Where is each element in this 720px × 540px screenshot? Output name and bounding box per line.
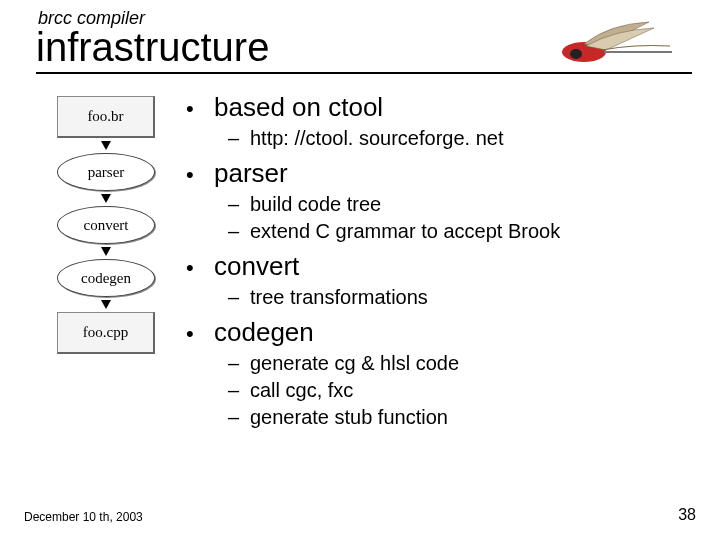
sub-label: tree transformations (250, 284, 428, 311)
bullet-item: • based on ctool –http: //ctool. sourcef… (186, 92, 692, 152)
bullet-label: convert (214, 251, 299, 282)
fly-logo-icon (554, 14, 674, 70)
slide-body: foo.br parser convert codegen foo.cpp • … (36, 92, 692, 437)
sub-label: generate stub function (250, 404, 448, 431)
sub-item: –extend C grammar to accept Brook (228, 218, 692, 245)
arrow-down-icon (101, 300, 111, 309)
slide: brcc compiler infrastructure foo.br pars… (0, 0, 720, 540)
arrow-down-icon (101, 247, 111, 256)
sub-label: call cgc, fxc (250, 377, 353, 404)
diagram-node-codegen: codegen (57, 259, 155, 297)
bullet-label: codegen (214, 317, 314, 348)
bullet-content: • based on ctool –http: //ctool. sourcef… (176, 92, 692, 437)
sub-label: http: //ctool. sourceforge. net (250, 125, 503, 152)
svg-point-1 (570, 49, 582, 59)
diagram-node-input: foo.br (57, 96, 155, 138)
diagram-node-parser: parser (57, 153, 155, 191)
bullet-item: • parser –build code tree –extend C gram… (186, 158, 692, 245)
diagram-node-output: foo.cpp (57, 312, 155, 354)
bullet-list: • based on ctool –http: //ctool. sourcef… (186, 92, 692, 431)
footer-date: December 10 th, 2003 (24, 510, 143, 524)
sub-item: –generate cg & hlsl code (228, 350, 692, 377)
bullet-glyph: • (186, 321, 214, 347)
sub-label: build code tree (250, 191, 381, 218)
sub-item: –tree transformations (228, 284, 692, 311)
bullet-label: parser (214, 158, 288, 189)
arrow-down-icon (101, 141, 111, 150)
pipeline-diagram: foo.br parser convert codegen foo.cpp (36, 92, 176, 437)
arrow-down-icon (101, 194, 111, 203)
slide-header: brcc compiler infrastructure (36, 8, 692, 74)
sub-item: –generate stub function (228, 404, 692, 431)
sub-label: extend C grammar to accept Brook (250, 218, 560, 245)
sub-item: –http: //ctool. sourceforge. net (228, 125, 692, 152)
sub-item: –build code tree (228, 191, 692, 218)
diagram-node-convert: convert (57, 206, 155, 244)
bullet-item: • codegen –generate cg & hlsl code –call… (186, 317, 692, 431)
bullet-label: based on ctool (214, 92, 383, 123)
page-number: 38 (678, 506, 696, 524)
bullet-glyph: • (186, 96, 214, 122)
bullet-item: • convert –tree transformations (186, 251, 692, 311)
title-rule (36, 72, 692, 74)
bullet-glyph: • (186, 255, 214, 281)
bullet-glyph: • (186, 162, 214, 188)
sub-label: generate cg & hlsl code (250, 350, 459, 377)
sub-item: –call cgc, fxc (228, 377, 692, 404)
